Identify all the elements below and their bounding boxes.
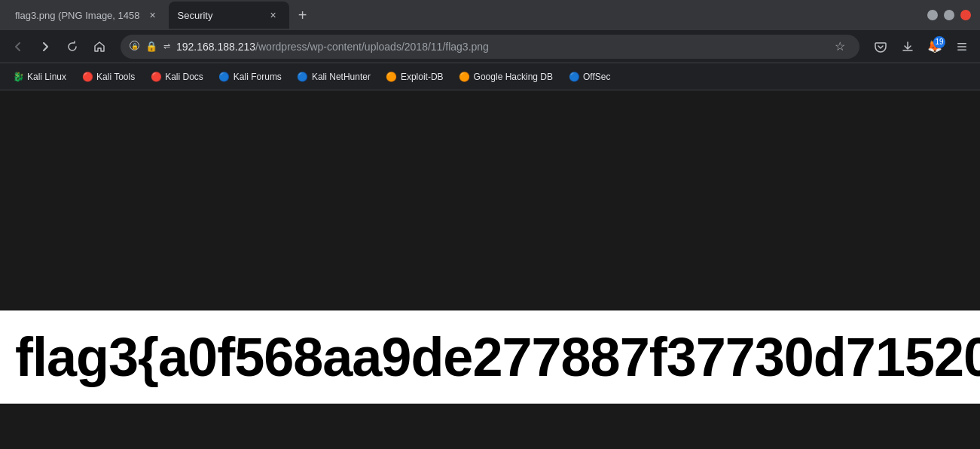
bookmark-kali-nethunter-label: Kali NetHunter	[312, 72, 371, 82]
toolbar-right: 🦊 19	[869, 35, 974, 59]
bookmark-exploit-db-label: Exploit-DB	[401, 72, 444, 82]
security-icon: 🔒	[130, 41, 139, 53]
kali-linux-favicon: 🐉	[12, 71, 24, 83]
image-area-top	[0, 90, 980, 310]
svg-rect-2	[957, 43, 966, 44]
firefox-account-button[interactable]: 🦊 19	[923, 35, 947, 59]
bookmark-kali-docs-label: Kali Docs	[165, 72, 203, 82]
kali-docs-favicon: 🔴	[150, 71, 162, 83]
tab-bar: flag3.png (PNG Image, 1458 × Security × …	[0, 0, 980, 30]
back-button[interactable]	[6, 35, 30, 59]
tab-security-title: Security	[178, 10, 261, 21]
address-origin: 192.168.188.213	[176, 41, 255, 53]
bookmark-star-button[interactable]: ☆	[829, 36, 850, 57]
bookmark-offsec-label: OffSec	[583, 72, 610, 82]
minimize-button[interactable]	[927, 10, 938, 20]
bookmark-kali-forums-label: Kali Forums	[234, 72, 282, 82]
kali-nethunter-favicon: 🔵	[297, 71, 309, 83]
tab-security[interactable]: Security ×	[169, 2, 289, 29]
bookmark-kali-tools-label: Kali Tools	[96, 72, 135, 82]
maximize-button[interactable]	[944, 10, 954, 20]
address-bar[interactable]: 🔒 🔒 ⇌ 192.168.188.213/wordpress/wp-conte…	[121, 35, 859, 59]
exploit-db-favicon: 🟠	[386, 71, 398, 83]
tab-security-close[interactable]: ×	[267, 8, 280, 22]
bookmark-kali-nethunter[interactable]: 🔵 Kali NetHunter	[291, 68, 377, 86]
svg-rect-4	[957, 49, 966, 50]
pocket-button[interactable]	[869, 35, 893, 59]
bookmark-kali-tools[interactable]: 🔴 Kali Tools	[75, 68, 141, 86]
google-hacking-db-favicon: 🟠	[459, 71, 471, 83]
address-path: /wordpress/wp-content/uploads/2018/11/fl…	[255, 41, 489, 53]
bookmarks-bar: 🐉 Kali Linux 🔴 Kali Tools 🔴 Kali Docs 🔵 …	[0, 63, 980, 90]
tab-image-close[interactable]: ×	[146, 8, 160, 22]
bookmark-google-hacking-db-label: Google Hacking DB	[474, 72, 553, 82]
flag-text: flag3{a0f568aa9de277887f37730d71520d9b}	[15, 326, 980, 388]
address-text[interactable]: 192.168.188.213/wordpress/wp-content/upl…	[176, 41, 823, 53]
tab-image-title: flag3.png (PNG Image, 1458	[15, 10, 140, 21]
bookmark-kali-forums[interactable]: 🔵 Kali Forums	[212, 68, 288, 86]
downloads-button[interactable]	[896, 35, 920, 59]
forward-button[interactable]	[33, 35, 57, 59]
bookmark-offsec[interactable]: 🔵 OffSec	[562, 68, 616, 86]
browser-window: flag3.png (PNG Image, 1458 × Security × …	[0, 0, 980, 449]
kali-forums-favicon: 🔵	[218, 71, 230, 83]
menu-button[interactable]	[950, 35, 974, 59]
image-area-bottom	[0, 404, 980, 449]
bookmark-kali-linux-label: Kali Linux	[27, 72, 66, 82]
new-tab-button[interactable]: +	[292, 5, 313, 26]
offsec-favicon: 🔵	[568, 71, 580, 83]
kali-tools-favicon: 🔴	[81, 71, 93, 83]
toolbar: 🔒 🔒 ⇌ 192.168.188.213/wordpress/wp-conte…	[0, 30, 980, 63]
redirect-icon: ⇌	[163, 41, 170, 51]
window-controls	[927, 10, 980, 20]
reload-button[interactable]	[60, 35, 84, 59]
bookmark-kali-linux[interactable]: 🐉 Kali Linux	[6, 68, 72, 86]
home-button[interactable]	[87, 35, 111, 59]
svg-text:🔒: 🔒	[131, 42, 139, 50]
close-button[interactable]	[960, 10, 971, 20]
flag-display: flag3{a0f568aa9de277887f37730d71520d9b}	[0, 310, 980, 404]
bookmark-google-hacking-db[interactable]: 🟠 Google Hacking DB	[453, 68, 559, 86]
bookmark-exploit-db[interactable]: 🟠 Exploit-DB	[380, 68, 450, 86]
svg-rect-3	[957, 46, 966, 47]
tab-image[interactable]: flag3.png (PNG Image, 1458 ×	[6, 2, 169, 29]
page-content: flag3{a0f568aa9de277887f37730d71520d9b}	[0, 90, 980, 449]
lock-icon: 🔒	[145, 41, 157, 52]
notification-badge: 19	[933, 36, 945, 48]
bookmark-kali-docs[interactable]: 🔴 Kali Docs	[144, 68, 209, 86]
